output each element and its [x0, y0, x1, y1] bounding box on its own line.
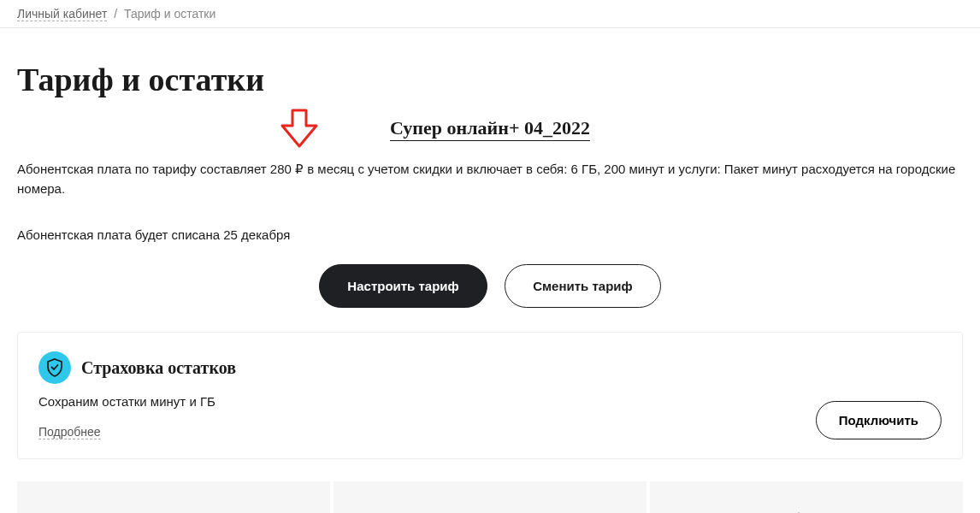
insurance-subtitle: Сохраним остатки минут и ГБ — [38, 394, 942, 409]
tab-calls[interactable]: Звонки — [17, 481, 330, 513]
shield-icon — [38, 351, 71, 384]
insurance-more-link[interactable]: Подробнее — [38, 425, 101, 439]
breadcrumb: Личный кабинет / Тариф и остатки — [0, 0, 980, 28]
tab-messages[interactable]: Сообщения — [650, 481, 963, 513]
insurance-card: Страховка остатков Сохраним остатки мину… — [17, 332, 963, 459]
breadcrumb-home-link[interactable]: Личный кабинет — [17, 7, 107, 21]
breadcrumb-current: Тариф и остатки — [124, 7, 215, 21]
action-buttons: Настроить тариф Сменить тариф — [17, 264, 963, 308]
tariff-header: Супер онлайн+ 04_2022 — [17, 117, 963, 139]
tariff-name-link[interactable]: Супер онлайн+ 04_2022 — [390, 117, 590, 141]
arrow-down-icon — [274, 107, 325, 156]
usage-tabs: Звонки Интернет Сообщения — [17, 481, 963, 513]
page-title: Тариф и остатки — [17, 61, 963, 98]
insurance-title: Страховка остатков — [81, 358, 236, 378]
insurance-connect-button[interactable]: Подключить — [816, 401, 942, 439]
charge-note: Абонентская плата будет списана 25 декаб… — [17, 227, 963, 242]
change-tariff-button[interactable]: Сменить тариф — [505, 264, 660, 308]
breadcrumb-separator: / — [114, 7, 117, 21]
tab-internet[interactable]: Интернет — [334, 481, 646, 513]
tariff-description: Абонентская плата по тарифу составляет 2… — [17, 160, 963, 198]
configure-tariff-button[interactable]: Настроить тариф — [319, 264, 487, 308]
